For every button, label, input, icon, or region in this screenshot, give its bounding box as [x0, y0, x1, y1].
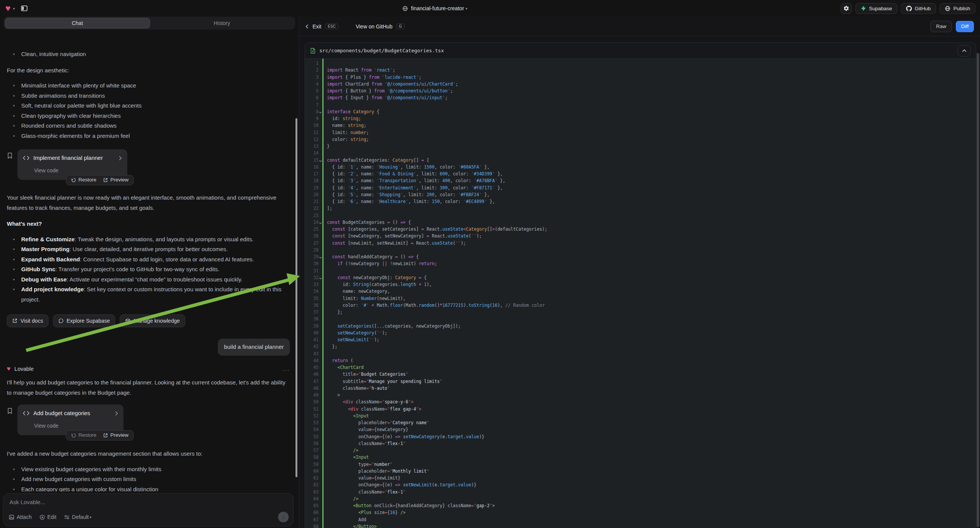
settings-button[interactable]	[841, 3, 852, 14]
diff-toggle-button[interactable]: Diff	[956, 21, 974, 32]
sidebar-toggle-button[interactable]	[19, 3, 30, 14]
list-item: Refine & Customize: Tweak the design, an…	[7, 234, 290, 245]
code-line: 58 <Input	[305, 454, 976, 461]
line-number: 18	[305, 177, 318, 184]
line-number: 6	[305, 94, 318, 101]
bookmark-icon[interactable]	[7, 407, 13, 414]
raw-toggle-button[interactable]: Raw	[931, 21, 952, 32]
logo-chevron-down-icon[interactable]: ▾	[13, 6, 15, 11]
send-button[interactable]: ↑	[278, 512, 289, 522]
chat-input[interactable]: Ask Lovable...	[10, 499, 287, 505]
composer[interactable]: Ask Lovable... Attach Edit Default ▾ ↑	[3, 493, 294, 526]
list-item: Debug with Ease: Activate our experiment…	[7, 275, 290, 285]
chat-scrollbar[interactable]	[296, 118, 298, 477]
user-message: build a financial planner	[218, 339, 290, 356]
manage-knowledge-button[interactable]: Manage knowledge	[120, 314, 185, 327]
edit-button[interactable]: Edit	[40, 514, 56, 520]
code-line: 63 className="flex-1"	[305, 488, 976, 495]
line-number: 68	[305, 523, 318, 528]
list-item: Rounded corners and subtle shadows	[7, 121, 290, 131]
preview-label: Preview	[110, 175, 129, 185]
mode-selector[interactable]: Default ▾	[64, 514, 91, 520]
github-button[interactable]: GitHub	[901, 3, 936, 14]
external-link-icon	[12, 318, 18, 323]
code-line: 39 setCategories([...categories, newCate…	[305, 323, 976, 329]
code-line: 17 { id: '2', name: 'Food & Dining', lim…	[305, 170, 976, 177]
code-line: 59 type="number"	[305, 461, 976, 468]
line-number: 28	[305, 247, 318, 253]
list-item: View existing budget categories with the…	[7, 464, 290, 475]
code-line: 56 className="flex-1"	[305, 440, 976, 447]
code-line: 25 const [categories, setCategories] = R…	[305, 226, 976, 232]
assistant-paragraph: I'll help you add budget categories to t…	[7, 378, 290, 398]
bookmark-icon[interactable]	[7, 152, 13, 159]
code-line: 54 value={newCategory}	[305, 426, 976, 433]
line-number: 21	[305, 198, 318, 205]
chat-panel: Chat History Clean, intuitive navigation…	[0, 17, 299, 528]
whats-next-heading: What's next?	[7, 219, 290, 229]
chevron-up-icon	[962, 49, 967, 52]
code-lines[interactable]: 12import React from 'react';3import { Pl…	[305, 59, 976, 528]
line-number: 36	[305, 302, 318, 309]
fold-chevron-icon[interactable]	[319, 219, 322, 226]
fold-chevron-icon[interactable]	[319, 157, 322, 164]
tab-history[interactable]: History	[150, 18, 294, 29]
chat-history-tabs: Chat History	[4, 17, 295, 30]
attach-button[interactable]: Attach	[9, 514, 32, 520]
restore-button[interactable]: Restore	[68, 175, 100, 185]
list-item: Clean typography with clear hierarchies	[7, 111, 290, 121]
panel-left-icon	[21, 5, 28, 12]
gear-icon	[843, 5, 849, 11]
chat-messages[interactable]: Clean, intuitive navigation For the desi…	[0, 46, 299, 491]
code-scrollbar[interactable]	[977, 53, 979, 527]
collapse-file-button[interactable]	[958, 45, 970, 56]
view-on-github-button[interactable]: View on GitHub	[356, 24, 393, 30]
fold-chevron-icon[interactable]	[319, 275, 322, 281]
code-line: 26 const [newCategory, setNewCategory] =…	[305, 232, 976, 239]
line-number: 16	[305, 164, 318, 170]
code-line: 37 };	[305, 309, 976, 315]
lovable-logo-icon[interactable]: ♥	[5, 4, 11, 13]
line-number: 32	[305, 274, 318, 281]
line-number: 52	[305, 412, 318, 419]
preview-button[interactable]: Preview	[100, 430, 132, 441]
line-number: 14	[305, 149, 318, 156]
tab-chat[interactable]: Chat	[5, 18, 150, 29]
code-line: 41 setNewLimit('');	[305, 336, 976, 343]
line-number: 38	[305, 315, 318, 322]
supabase-button[interactable]: Supabase	[855, 3, 897, 14]
line-number: 35	[305, 295, 318, 302]
line-number: 41	[305, 336, 318, 343]
explore-supabase-button[interactable]: Explore Supabase	[53, 314, 115, 327]
fold-chevron-icon[interactable]	[319, 109, 322, 116]
code-line: 51 <div className="flex gap-4">	[305, 406, 976, 412]
line-number: 3	[305, 74, 318, 81]
line-number: 8	[305, 108, 318, 115]
assistant-name: Lovable	[14, 364, 34, 374]
line-number: 64	[305, 495, 318, 502]
message-more-button[interactable]: ...	[283, 364, 290, 374]
line-number: 50	[305, 398, 318, 405]
code-icon	[23, 411, 30, 415]
line-number: 40	[305, 329, 318, 336]
code-line: 33 id: String(categories.length + 1),	[305, 281, 976, 288]
code-line: 15const defaultCategories: Category[] = …	[305, 157, 976, 164]
visit-docs-button[interactable]: Visit docs	[7, 314, 48, 327]
fold-chevron-icon[interactable]	[319, 254, 322, 261]
view-code-link[interactable]: View code	[34, 421, 118, 431]
code-line: 10 name: string;	[305, 122, 976, 129]
chevron-left-icon	[305, 24, 309, 29]
restore-icon	[71, 178, 76, 183]
view-code-link[interactable]: View code	[34, 165, 122, 176]
project-switcher[interactable]: financial-future-creator ▾	[402, 0, 468, 17]
preview-button[interactable]: Preview	[100, 175, 132, 185]
target-icon	[40, 514, 45, 520]
line-number: 5	[305, 87, 318, 94]
exit-button[interactable]: Exit	[312, 24, 321, 30]
chevron-right-icon	[115, 411, 118, 416]
list-item: GitHub Sync: Transfer your project's cod…	[7, 264, 290, 275]
publish-button[interactable]: Publish	[939, 3, 975, 14]
restore-button[interactable]: Restore	[68, 430, 100, 441]
code-line: 7	[305, 102, 976, 108]
file-header[interactable]: src/components/budget/BudgetCategories.t…	[305, 43, 976, 59]
